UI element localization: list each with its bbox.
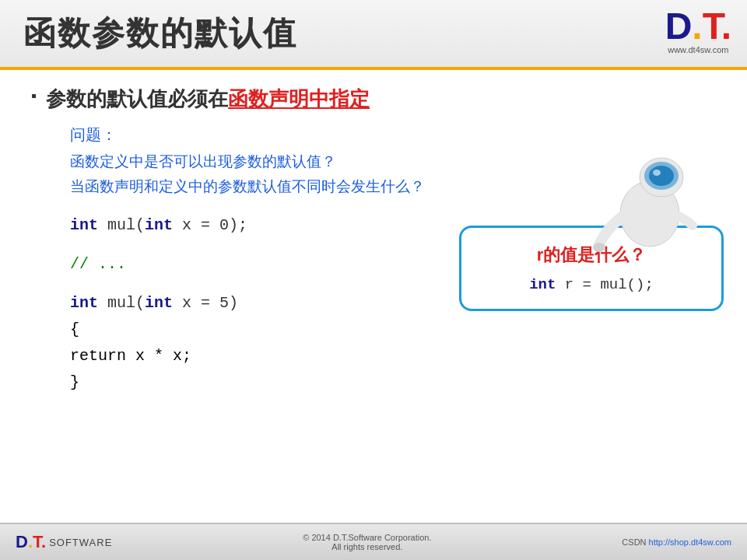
question-label: 问题： bbox=[70, 124, 716, 145]
logo-dot: . bbox=[692, 5, 702, 47]
logo-d: D bbox=[665, 5, 693, 47]
code-comment: // ... bbox=[70, 255, 126, 273]
footer-logo-t: T. bbox=[33, 532, 46, 551]
main-content: ▪ 参数的默认值必须在函数声明中指定 问题： 函数定义中是否可以出现参数的默认值… bbox=[0, 70, 747, 529]
keyword-int-4: int bbox=[145, 294, 173, 312]
header-logo: D.T. www.dt4sw.com bbox=[665, 8, 731, 54]
footer-logo-d: D bbox=[16, 532, 28, 551]
keyword-int-3: int bbox=[70, 294, 98, 312]
code-line-6: } bbox=[70, 369, 716, 396]
svg-point-5 bbox=[593, 243, 605, 252]
keyword-int-2: int bbox=[145, 216, 173, 234]
bullet-marker: ▪ bbox=[31, 87, 37, 105]
logo-website: www.dt4sw.com bbox=[665, 45, 731, 54]
callout-wrapper: r的值是什么？ int r = mul(); bbox=[459, 226, 724, 311]
footer-company-label: SOFTWARE bbox=[49, 537, 112, 548]
logo-dt: D.T. bbox=[665, 8, 731, 45]
svg-point-3 bbox=[649, 166, 674, 186]
footer-right: CSDN http://shop.dt4sw.com bbox=[622, 537, 731, 547]
header: 函数参数的默认值 D.T. www.dt4sw.com bbox=[0, 0, 747, 70]
callout-kw-int: int bbox=[529, 276, 556, 293]
bullet-highlight: 函数声明中指定 bbox=[228, 87, 370, 110]
code-line-5: return x * x; bbox=[70, 343, 716, 369]
callout-code: int r = mul(); bbox=[485, 276, 698, 293]
footer-copyright: © 2014 D.T.Software Corporation. All rig… bbox=[303, 533, 431, 551]
footer-link[interactable]: http://shop.dt4sw.com bbox=[649, 537, 731, 547]
footer-left: D.T. SOFTWARE bbox=[16, 532, 112, 552]
svg-point-4 bbox=[653, 170, 661, 176]
keyword-int-1: int bbox=[70, 216, 98, 234]
footer-logo: D.T. bbox=[16, 532, 46, 552]
logo-t: T. bbox=[703, 5, 731, 47]
robot-figure bbox=[584, 156, 708, 249]
footer: D.T. SOFTWARE © 2014 D.T.Software Corpor… bbox=[0, 523, 747, 560]
page-title: 函数参数的默认值 bbox=[23, 12, 297, 55]
code-line-4: { bbox=[70, 317, 716, 343]
bullet-text: 参数的默认值必须在函数声明中指定 bbox=[46, 86, 370, 113]
bullet-section: ▪ 参数的默认值必须在函数声明中指定 bbox=[31, 86, 716, 113]
code-mul-1: mul( bbox=[107, 216, 145, 234]
bullet-prefix: 参数的默认值必须在 bbox=[46, 87, 228, 110]
